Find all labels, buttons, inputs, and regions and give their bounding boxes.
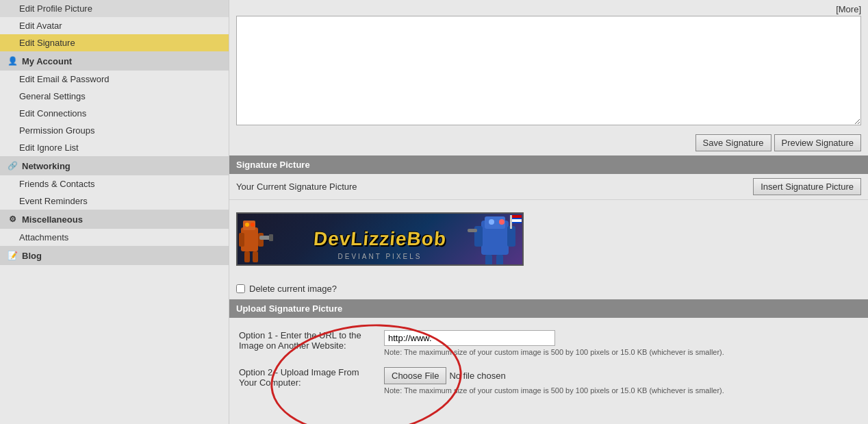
person-icon: 👤	[7, 55, 18, 66]
sidebar-item-event-reminders[interactable]: Event Reminders	[0, 192, 229, 210]
preview-signature-button[interactable]: Preview Signature	[774, 134, 862, 151]
signature-banner: DevLizzieBob DEVIANT PIXELS	[236, 212, 524, 266]
network-icon: 🔗	[7, 160, 18, 171]
sidebar-item-attachments[interactable]: Attachments	[0, 229, 229, 246]
svg-rect-7	[253, 251, 258, 262]
misc-icon: ⚙	[7, 214, 18, 225]
delete-image-checkbox[interactable]	[236, 284, 245, 293]
sidebar: Edit Profile Picture Edit Avatar Edit Si…	[0, 0, 229, 424]
sidebar-item-edit-avatar[interactable]: Edit Avatar	[0, 17, 229, 34]
more-link-area: [More]	[236, 3, 861, 16]
signature-picture-section-bar: Signature Picture	[229, 155, 868, 174]
option2-label: Option 2 - Upload Image From Your Comput…	[239, 367, 376, 388]
delete-image-row: Delete current image?	[229, 278, 868, 299]
save-signature-button[interactable]: Save Signature	[695, 134, 771, 151]
sidebar-section-networking: 🔗 Networking	[0, 156, 229, 175]
banner-right-art	[468, 214, 522, 266]
sidebar-item-permission-groups[interactable]: Permission Groups	[0, 122, 229, 139]
sidebar-item-friends-contacts[interactable]: Friends & Contacts	[0, 175, 229, 192]
svg-rect-15	[507, 226, 515, 247]
blog-icon: 📝	[7, 250, 18, 261]
main-content: [More] Save Signature Preview Signature …	[229, 0, 868, 424]
sidebar-item-edit-connections[interactable]: Edit Connections	[0, 105, 229, 122]
upload-options-area: Option 1 - Enter the URL to the Image on…	[229, 318, 868, 407]
signature-picture-area: DevLizzieBob DEVIANT PIXELS	[229, 200, 868, 278]
sidebar-item-general-settings[interactable]: General Settings	[0, 88, 229, 105]
option1-url-input[interactable]	[384, 330, 555, 346]
sidebar-item-edit-ignore-list[interactable]: Edit Ignore List	[0, 139, 229, 156]
option1-row: Option 1 - Enter the URL to the Image on…	[236, 325, 861, 362]
option1-note: Note: The maximum size of your custom im…	[384, 348, 858, 356]
banner-left-art	[238, 214, 279, 266]
svg-rect-16	[485, 255, 492, 266]
svg-rect-21	[512, 215, 522, 218]
no-file-chosen-label: No file chosen	[449, 371, 505, 381]
svg-rect-9	[269, 234, 273, 241]
sidebar-item-edit-profile-picture[interactable]: Edit Profile Picture	[0, 0, 229, 17]
sidebar-section-miscellaneous: ⚙ Miscellaneous	[0, 210, 229, 229]
option1-input-area: Note: The maximum size of your custom im…	[384, 330, 858, 356]
sidebar-section-account: 👤 My Account	[0, 51, 229, 71]
sidebar-item-edit-email-password[interactable]: Edit Email & Password	[0, 71, 229, 88]
svg-rect-18	[468, 229, 477, 232]
svg-point-12	[489, 219, 494, 225]
option1-label: Option 1 - Enter the URL to the Image on…	[239, 330, 376, 351]
option2-row: Option 2 - Upload Image From Your Comput…	[236, 362, 861, 400]
svg-rect-19	[510, 215, 512, 229]
file-upload-row: Choose File No file chosen	[384, 367, 858, 384]
signature-textarea[interactable]	[236, 16, 861, 125]
svg-rect-22	[512, 219, 522, 222]
svg-point-3	[251, 223, 255, 227]
signature-editor-section: [More]	[229, 0, 868, 130]
choose-file-button[interactable]: Choose File	[384, 367, 446, 384]
sidebar-item-edit-signature[interactable]: Edit Signature	[0, 34, 229, 51]
svg-rect-17	[496, 255, 503, 266]
current-sig-label: Your Current Signature Picture	[236, 182, 753, 192]
option2-note: Note: The maximum size of your custom im…	[384, 386, 858, 395]
current-sig-row: Your Current Signature Picture Insert Si…	[229, 174, 868, 200]
svg-rect-4	[239, 233, 244, 247]
upload-section-bar: Upload Signature Picture	[229, 299, 868, 318]
svg-rect-6	[244, 251, 250, 262]
delete-image-label[interactable]: Delete current image?	[249, 284, 337, 294]
option2-input-area: Choose File No file chosen Note: The max…	[384, 367, 858, 395]
more-link[interactable]: [More]	[836, 4, 861, 14]
svg-point-13	[499, 219, 505, 225]
banner-sub-text: DEVIANT PIXELS	[338, 253, 422, 260]
sidebar-section-blog: 📝 Blog	[0, 246, 229, 265]
buttons-row: Save Signature Preview Signature	[229, 130, 868, 155]
insert-signature-picture-button[interactable]: Insert Signature Picture	[753, 178, 861, 195]
banner-text: DevLizzieBob	[313, 228, 448, 250]
svg-point-2	[245, 223, 249, 227]
